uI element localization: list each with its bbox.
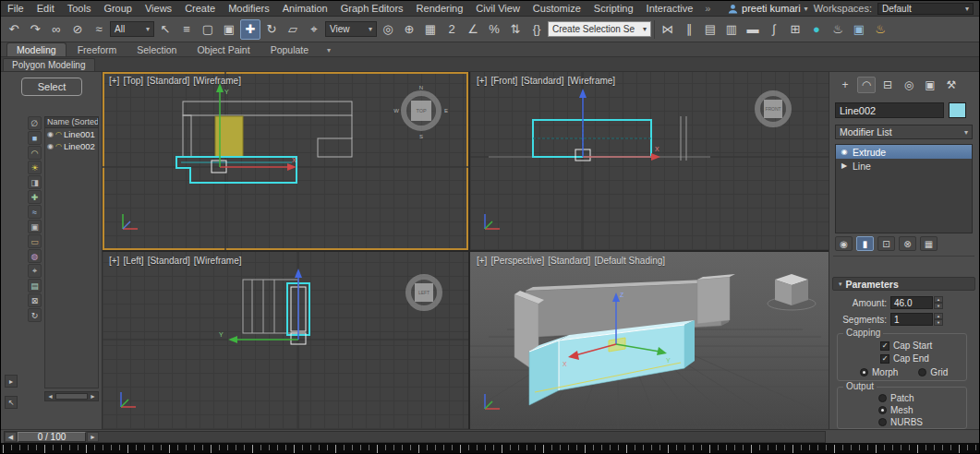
workspace-dropdown[interactable]: Default ▾	[877, 3, 974, 15]
toggle-layer-explorer-icon[interactable]: ▥	[721, 19, 742, 40]
ribbon-tab-object-paint[interactable]: Object Paint	[188, 43, 259, 56]
menu-item[interactable]: Group	[97, 3, 139, 14]
polygon-modeling-tab[interactable]: Polygon Modeling	[3, 58, 95, 71]
viewport-shading-menu[interactable]: [Wireframe]	[194, 256, 242, 266]
snaps-toggle-icon[interactable]: 2	[442, 19, 462, 40]
select-and-move-icon[interactable]: ✚	[240, 19, 260, 40]
viewport-shading-menu[interactable]: [Wireframe]	[193, 76, 241, 86]
utilities-tab-icon[interactable]: ⚒	[942, 77, 961, 93]
display-groups-icon[interactable]: ▣	[28, 220, 42, 233]
ribbon-tab-populate[interactable]: Populate	[261, 43, 318, 56]
viewport-menu-plus[interactable]: [+]	[109, 76, 119, 86]
viewport-shading-menu[interactable]: [Wireframe]	[567, 76, 615, 86]
toggle-ribbon-icon[interactable]: ▬	[743, 19, 763, 40]
scene-item-line001[interactable]: ◉ ◠ Line001	[45, 128, 98, 140]
select-and-link-icon[interactable]: ∞	[46, 19, 67, 40]
selection-filter-dropdown[interactable]: All ▾	[110, 21, 154, 37]
pin-stack-icon[interactable]: ◉	[835, 236, 853, 251]
menu-item[interactable]: Rendering	[410, 3, 470, 14]
menu-item[interactable]: Tools	[61, 3, 98, 14]
display-containers-icon[interactable]: ▤	[28, 279, 42, 293]
left-viewport-canvas[interactable]: Y LEFT	[103, 252, 468, 429]
display-helpers-icon[interactable]: ✚	[28, 190, 42, 204]
previous-frame-icon[interactable]: ◀	[5, 432, 17, 442]
render-production-icon[interactable]: ♨	[870, 19, 890, 40]
time-slider-handle[interactable]: 0 / 100	[18, 432, 86, 442]
morph-radio[interactable]	[860, 368, 868, 376]
view-cube[interactable]: LEFT	[408, 277, 440, 308]
display-materials-icon[interactable]: ◍	[28, 249, 42, 263]
menu-item[interactable]: Animation	[276, 3, 334, 14]
viewport-menu-plus[interactable]: [+]	[477, 256, 487, 266]
menu-item[interactable]: Modifiers	[222, 3, 276, 14]
viewport-left[interactable]: [+] [Left] [Standard] [Wireframe]	[103, 252, 468, 429]
segments-spin-up-icon[interactable]	[934, 313, 943, 319]
menu-item[interactable]: Interactive	[640, 3, 700, 14]
explorer-name-column-header[interactable]: Name (Sorted A	[44, 116, 99, 128]
display-spacewarps-icon[interactable]: ≈	[28, 205, 42, 219]
keyboard-shortcut-override-icon[interactable]: ▦	[420, 19, 441, 40]
view-cube[interactable]: TOP N S W E	[393, 85, 448, 139]
percent-snap-icon[interactable]: %	[484, 19, 504, 40]
menu-item[interactable]: Scripting	[587, 3, 640, 14]
segments-spin-down-icon[interactable]	[934, 319, 943, 326]
object-name-field[interactable]: Line002	[835, 102, 944, 118]
viewport-standard-menu[interactable]: [Standard]	[148, 256, 190, 266]
curve-editor-icon[interactable]: ∫	[764, 19, 784, 40]
spinner-snap-icon[interactable]: ⇅	[505, 19, 526, 40]
scene-item-line002[interactable]: ◉ ◠ Line002	[45, 140, 98, 152]
menu-item[interactable]: Edit	[30, 3, 61, 14]
time-slider-track[interactable]: ◀ 0 / 100 ►	[4, 431, 826, 443]
select-and-place-icon[interactable]: ⌖	[304, 19, 324, 40]
hierarchy-tab-icon[interactable]: ⊟	[878, 77, 897, 93]
viewport-standard-menu[interactable]: [Standard]	[147, 76, 189, 86]
grid-radio[interactable]	[918, 368, 926, 376]
scroll-left-icon[interactable]: ◄	[47, 393, 54, 400]
motion-tab-icon[interactable]: ◎	[900, 77, 918, 93]
object-color-swatch[interactable]	[949, 102, 966, 118]
front-viewport-canvas[interactable]: X FRONT	[470, 72, 829, 250]
redo-icon[interactable]: ↷	[25, 19, 45, 40]
track-bar-ruler[interactable]	[1, 443, 979, 454]
perspective-viewport-canvas[interactable]: Z Y X	[470, 252, 829, 429]
dock-cursor-icon[interactable]: ↖	[5, 396, 18, 409]
display-lights-icon[interactable]: ☀	[28, 161, 42, 174]
viewport-name-menu[interactable]: [Left]	[123, 256, 143, 266]
modify-tab-icon[interactable]: ◠	[857, 77, 876, 93]
nurbs-radio[interactable]	[878, 418, 887, 426]
angle-snap-icon[interactable]: ∠	[463, 19, 483, 40]
create-tab-icon[interactable]: +	[836, 77, 854, 93]
menu-item[interactable]: Customize	[526, 3, 587, 14]
mirror-icon[interactable]: ⋈	[658, 19, 678, 40]
view-cube[interactable]	[768, 274, 816, 310]
view-cube[interactable]: FRONT	[757, 93, 789, 125]
viewport-name-menu[interactable]: [Perspective]	[490, 256, 544, 266]
next-frame-icon[interactable]: ►	[87, 432, 99, 442]
menu-item[interactable]: Create	[178, 3, 222, 14]
select-and-scale-icon[interactable]: ▱	[283, 19, 303, 40]
stack-row-icon[interactable]: ▶	[840, 161, 849, 170]
visibility-eye-icon[interactable]: ◉	[47, 130, 54, 138]
parameters-rollout-header[interactable]: ▾ Parameters	[832, 277, 975, 291]
viewport-menu-plus[interactable]: [+]	[109, 256, 119, 266]
ribbon-tab-modeling[interactable]: Modeling	[6, 42, 67, 56]
visibility-eye-icon[interactable]: ◉	[47, 142, 54, 150]
top-viewport-canvas[interactable]: Y X TOP N S W E	[103, 72, 468, 250]
display-cameras-icon[interactable]: ◨	[28, 175, 42, 189]
amount-spin-down-icon[interactable]	[934, 303, 943, 309]
transform-gizmo[interactable]: X	[575, 89, 660, 161]
menu-item[interactable]: Civil View	[469, 3, 526, 14]
bind-to-space-warp-icon[interactable]: ≈	[89, 19, 109, 40]
viewport-menu-plus[interactable]: [+]	[477, 76, 487, 86]
mesh-radio[interactable]	[878, 406, 887, 414]
rendered-frame-window-icon[interactable]: ▣	[849, 19, 869, 40]
material-editor-icon[interactable]: ●	[806, 19, 827, 40]
scrollbar-thumb[interactable]	[55, 393, 88, 400]
window-crossing-toggle-icon[interactable]: ▣	[219, 19, 239, 40]
viewport-shading-menu[interactable]: [Default Shading]	[594, 256, 665, 266]
undo-icon[interactable]: ↶	[4, 19, 24, 40]
ribbon-tab-selection[interactable]: Selection	[127, 43, 186, 56]
desk-spline-front[interactable]	[533, 120, 651, 157]
menu-item[interactable]: File	[1, 3, 30, 14]
cap-start-checkbox[interactable]	[880, 341, 889, 351]
